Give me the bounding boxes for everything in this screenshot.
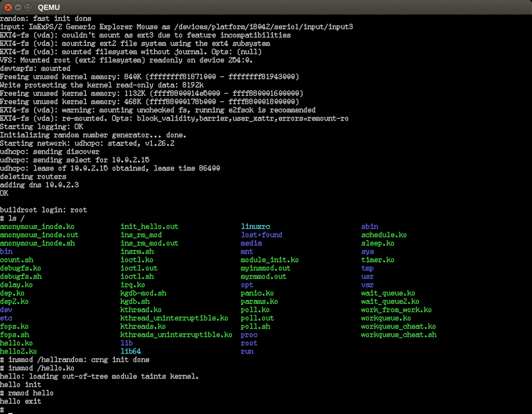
svg-text:QEMU: QEMU (38, 3, 60, 11)
